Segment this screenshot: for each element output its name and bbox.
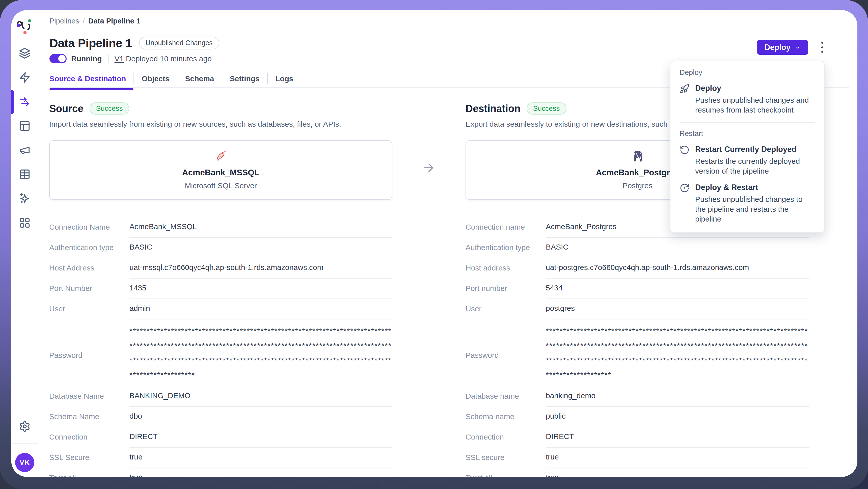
source-description: Import data seamlessly from existing or …: [49, 119, 392, 129]
menu-item-description: Pushes unpublished changes to the pipeli…: [695, 194, 815, 224]
mssql-icon: [215, 150, 227, 163]
sidebar-item-pipelines[interactable]: [19, 96, 31, 108]
field-label: Connection name: [466, 221, 546, 232]
unpublished-changes-badge: Unpublished Changes: [139, 37, 219, 50]
destination-connection-type: Postgres: [622, 181, 652, 190]
running-toggle[interactable]: [50, 54, 67, 63]
source-to-destination-arrow: [422, 161, 435, 175]
menu-section-restart: Restart: [680, 129, 815, 138]
field-label: Password: [466, 350, 546, 360]
breadcrumb-separator: /: [83, 17, 85, 25]
field-value[interactable]: 5434: [546, 283, 809, 299]
field-value[interactable]: BANKING_DEMO: [129, 391, 392, 407]
menu-item-restart-currently-deployed[interactable]: Restart Currently Deployed Restarts the …: [680, 144, 815, 176]
field-value[interactable]: true: [546, 472, 809, 477]
field-value[interactable]: AcmeBank_MSSQL: [129, 221, 392, 238]
deploy-button[interactable]: Deploy: [757, 40, 808, 55]
field-value[interactable]: 1435: [129, 283, 392, 299]
field-label: Port number: [466, 283, 546, 294]
source-fields: Connection NameAcmeBank_MSSQL Authentica…: [49, 221, 392, 477]
tab-settings[interactable]: Settings: [222, 73, 267, 84]
field-value[interactable]: DIRECT: [129, 431, 392, 448]
sidebar-item-announcements[interactable]: [19, 144, 31, 156]
field-row: Userpostgres: [466, 303, 809, 319]
rocket-icon: [680, 83, 690, 115]
postgres-icon: [631, 150, 644, 163]
app-logo[interactable]: [11, 16, 38, 35]
field-label: Database Name: [49, 391, 129, 401]
field-value[interactable]: banking_demo: [546, 391, 809, 407]
field-label: Connection: [49, 431, 129, 442]
field-row: SSL securetrue: [466, 452, 809, 468]
field-value[interactable]: true: [129, 472, 392, 477]
menu-divider: [680, 122, 815, 123]
breadcrumb-parent[interactable]: Pipelines: [50, 17, 79, 25]
field-value[interactable]: uat-mssql.c7o660qyc4qh.ap-south-1.rds.am…: [129, 263, 392, 279]
sidebar-item-events[interactable]: [19, 72, 31, 83]
menu-item-title: Restart Currently Deployed: [695, 144, 815, 154]
field-label: Host Address: [49, 263, 129, 273]
logo-red-hexagon: [24, 31, 27, 34]
field-label: Connection Name: [49, 221, 129, 232]
field-value[interactable]: true: [129, 452, 392, 468]
destination-connection-name: AcmeBank_Postgres: [596, 168, 679, 177]
arrow-right-icon: [422, 161, 435, 174]
field-value[interactable]: DIRECT: [546, 431, 809, 448]
source-connection-card[interactable]: AcmeBank_MSSQL Microsoft SQL Server: [49, 140, 392, 200]
field-value[interactable]: public: [546, 411, 809, 427]
field-value-password[interactable]: ****************************************…: [546, 324, 809, 386]
field-label: SSL Secure: [49, 452, 129, 462]
menu-section-deploy: Deploy: [680, 68, 815, 77]
field-label: Host address: [466, 263, 546, 273]
avatar[interactable]: VK: [15, 453, 34, 472]
field-value-password[interactable]: ****************************************…: [129, 324, 392, 386]
menu-item-title: Deploy: [695, 83, 815, 93]
settings-button[interactable]: [11, 421, 38, 432]
menu-item-deploy[interactable]: Deploy Pushes unpublished changes and re…: [680, 83, 815, 115]
field-label: Authentication type: [466, 242, 546, 252]
field-label: Trust all: [466, 472, 546, 477]
history-icon: [680, 144, 690, 176]
field-value[interactable]: BASIC: [129, 242, 392, 258]
sidebar-item-workspace[interactable]: [19, 120, 31, 132]
field-row: Database NameBANKING_DEMO: [49, 391, 392, 407]
deployed-version-text: V1 Deployed 10 minutes ago: [115, 55, 212, 63]
field-label: Port Number: [49, 283, 129, 294]
tab-objects[interactable]: Objects: [133, 73, 177, 84]
field-label: Schema Name: [49, 411, 129, 422]
field-value[interactable]: uat-postgres.c7o660qyc4qh.ap-south-1.rds…: [546, 263, 809, 279]
field-value[interactable]: admin: [129, 303, 392, 319]
source-section: Source Success Import data seamlessly fr…: [49, 102, 392, 477]
tab-logs[interactable]: Logs: [267, 73, 301, 84]
sparkles-icon: [19, 193, 31, 204]
logo-green-dot: [28, 19, 31, 22]
field-row: Schema Namedbo: [49, 411, 392, 427]
field-row: Port number5434: [466, 283, 809, 299]
field-value[interactable]: dbo: [129, 411, 392, 427]
menu-item-deploy-and-restart[interactable]: Deploy & Restart Pushes unpublished chan…: [680, 182, 815, 224]
page-header: Data Pipeline 1 Unpublished Changes Runn…: [50, 36, 219, 63]
sidebar-item-ai[interactable]: [19, 193, 31, 204]
panels-icon: [19, 120, 31, 132]
tab-source-destination[interactable]: Source & Destination: [50, 73, 133, 84]
deployed-ago-text: Deployed 10 minutes ago: [126, 55, 212, 63]
menu-item-description: Pushes unpublished changes and resumes f…: [695, 95, 815, 115]
field-row: Port Number1435: [49, 283, 392, 299]
field-label: User: [49, 303, 129, 314]
menu-item-title: Deploy & Restart: [695, 182, 815, 192]
tab-schema[interactable]: Schema: [177, 73, 221, 84]
version-link[interactable]: V1: [115, 55, 124, 63]
field-row-password: Password********************************…: [49, 324, 392, 386]
sidebar-item-apps[interactable]: [19, 217, 31, 228]
more-options-button[interactable]: [819, 40, 825, 55]
field-label: Authentication type: [49, 242, 129, 252]
field-value[interactable]: BASIC: [546, 242, 809, 258]
sidebar-item-tables[interactable]: [19, 169, 31, 180]
sidebar-item-layers[interactable]: [19, 48, 31, 59]
breadcrumb-current: Data Pipeline 1: [88, 17, 140, 25]
grid-icon: [19, 217, 31, 228]
field-value[interactable]: true: [546, 452, 809, 468]
field-row: SSL Securetrue: [49, 452, 392, 468]
app-window: VK Pipelines / Data Pipeline 1 Data Pipe…: [11, 10, 858, 477]
field-value[interactable]: postgres: [546, 303, 809, 319]
